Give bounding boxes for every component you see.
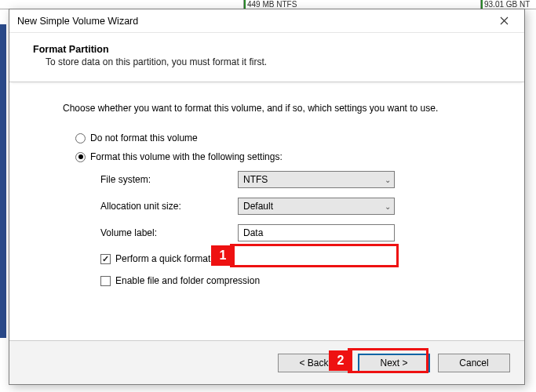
wizard-header: Format Partition To store data on this p… xyxy=(9,33,524,82)
radio-format-row[interactable]: Format this volume with the following se… xyxy=(75,151,496,162)
cancel-button[interactable]: Cancel xyxy=(438,354,510,372)
instruction-text: Choose whether you want to format this v… xyxy=(63,103,496,114)
header-desc: To store data on this partition, you mus… xyxy=(28,56,512,67)
chevron-down-icon: ⌄ xyxy=(385,176,391,184)
window-title: New Simple Volume Wizard xyxy=(17,16,138,27)
header-title: Format Partition xyxy=(28,44,512,55)
label-alloc-size: Allocation unit size: xyxy=(100,201,238,212)
row-alloc-size: Allocation unit size: Default ⌄ xyxy=(100,197,496,216)
wizard-dialog: New Simple Volume Wizard Format Partitio… xyxy=(9,9,525,385)
row-file-system: File system: NTFS ⌄ xyxy=(100,170,496,189)
next-button[interactable]: Next > xyxy=(358,354,430,372)
input-volume-label[interactable] xyxy=(238,224,395,241)
row-compression[interactable]: Enable file and folder compression xyxy=(100,275,496,286)
radio-format[interactable] xyxy=(75,152,86,162)
radio-no-format-label: Do not format this volume xyxy=(90,132,198,143)
row-volume-label: Volume label: xyxy=(100,223,496,242)
checkbox-compression[interactable] xyxy=(100,276,111,286)
radio-format-label: Format this volume with the following se… xyxy=(90,151,283,162)
combo-alloc-size[interactable]: Default ⌄ xyxy=(238,198,395,215)
checkbox-quick-format[interactable] xyxy=(100,254,111,264)
back-button[interactable]: < Back xyxy=(278,354,350,372)
radio-no-format[interactable] xyxy=(75,133,86,143)
combo-file-system-value: NTFS xyxy=(243,174,268,185)
row-quick-format[interactable]: Perform a quick format xyxy=(100,253,496,264)
radio-no-format-row[interactable]: Do not format this volume xyxy=(75,132,496,143)
combo-alloc-size-value: Default xyxy=(243,201,273,212)
wizard-body: Choose whether you want to format this v… xyxy=(9,82,524,299)
wizard-footer: < Back Next > Cancel xyxy=(9,340,524,384)
label-quick-format: Perform a quick format xyxy=(115,253,210,264)
combo-file-system[interactable]: NTFS ⌄ xyxy=(238,171,395,188)
label-compression: Enable file and folder compression xyxy=(115,275,260,286)
close-button[interactable] xyxy=(488,11,520,31)
close-icon xyxy=(500,16,509,25)
label-volume-label: Volume label: xyxy=(100,227,238,238)
title-bar: New Simple Volume Wizard xyxy=(9,9,524,33)
chevron-down-icon: ⌄ xyxy=(385,202,391,211)
format-settings: File system: NTFS ⌄ Allocation unit size… xyxy=(100,170,496,286)
label-file-system: File system: xyxy=(100,174,238,185)
